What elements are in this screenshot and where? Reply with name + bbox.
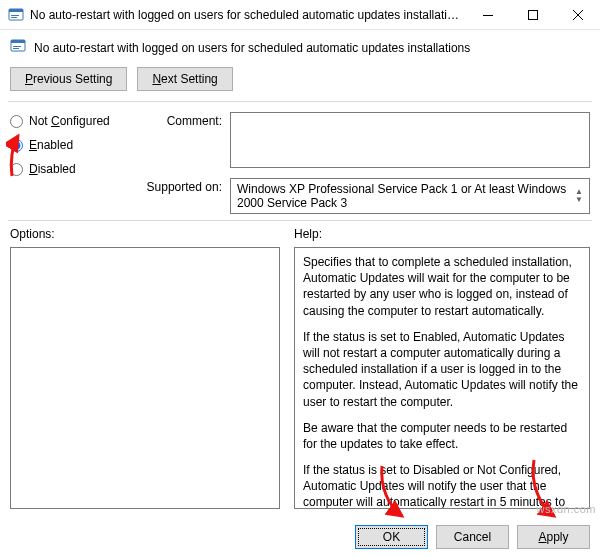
radio-enabled-input[interactable] [10,139,23,152]
svg-rect-1 [9,9,23,12]
ok-button[interactable]: OK [355,525,428,549]
supported-label: Supported on: [142,178,222,214]
svg-rect-3 [11,17,17,18]
next-setting-button[interactable]: Next Setting [137,67,232,91]
svg-rect-9 [11,40,25,43]
options-label: Options: [10,227,280,241]
policy-icon [10,38,26,57]
window-title: No auto-restart with logged on users for… [30,8,465,22]
lower-section: Options: Help: Specifies that to complet… [0,221,600,509]
supported-on-box: Windows XP Professional Service Pack 1 o… [230,178,590,214]
title-bar: No auto-restart with logged on users for… [0,0,600,30]
svg-rect-11 [13,48,19,49]
radio-enabled[interactable]: Enabled [10,138,128,152]
comment-label: Comment: [142,112,222,168]
radio-disabled-input[interactable] [10,163,23,176]
close-button[interactable] [555,0,600,30]
policy-icon [8,7,24,23]
comment-textarea[interactable] [230,112,590,168]
header-row: No auto-restart with logged on users for… [0,30,600,63]
dialog-footer: OK Cancel Apply [355,525,590,549]
help-paragraph: If the status is set to Enabled, Automat… [303,329,581,410]
maximize-button[interactable] [510,0,555,30]
help-box[interactable]: Specifies that to complete a scheduled i… [294,247,590,509]
detail-column: Comment: Supported on: Windows XP Profes… [142,112,590,214]
minimize-button[interactable] [465,0,510,30]
svg-rect-4 [483,15,493,16]
supported-on-text: Windows XP Professional Service Pack 1 o… [237,182,571,210]
previous-setting-button[interactable]: Previous Setting [10,67,127,91]
state-radio-group: Not Configured Enabled Disabled [10,112,128,214]
header-title: No auto-restart with logged on users for… [34,41,470,55]
nav-button-row: Previous Setting Next Setting [0,63,600,101]
options-box [10,247,280,509]
svg-rect-10 [13,46,21,47]
apply-button[interactable]: Apply [517,525,590,549]
svg-rect-5 [528,10,537,19]
radio-not-configured[interactable]: Not Configured [10,114,128,128]
help-label: Help: [294,227,590,241]
config-section: Not Configured Enabled Disabled Comment:… [0,102,600,220]
help-paragraph: If the status is set to Disabled or Not … [303,462,581,509]
svg-rect-2 [11,15,19,16]
help-paragraph: Be aware that the computer needs to be r… [303,420,581,452]
help-paragraph: Specifies that to complete a scheduled i… [303,254,581,319]
cancel-button[interactable]: Cancel [436,525,509,549]
radio-not-configured-input[interactable] [10,115,23,128]
radio-disabled[interactable]: Disabled [10,162,128,176]
scroll-arrows-icon[interactable]: ▲▼ [575,188,583,204]
